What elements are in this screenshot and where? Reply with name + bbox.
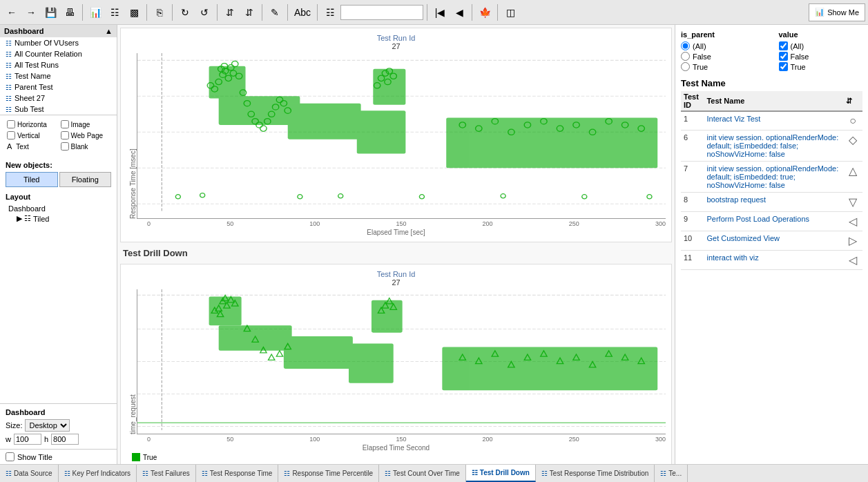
test-id-7: 7 xyxy=(681,162,704,193)
is-parent-true-radio[interactable] xyxy=(681,62,690,71)
svg-marker-84 xyxy=(276,351,282,356)
sidebar-label-sheet27: Sheet 27 xyxy=(15,94,45,102)
save-button[interactable]: 💾 xyxy=(41,3,59,21)
show-me-icon: 📊 xyxy=(815,8,824,17)
tab-count-label: Test Count Over Time xyxy=(393,470,460,477)
height-input[interactable] xyxy=(51,434,79,445)
is-parent-all-radio[interactable] xyxy=(681,41,690,50)
webpage-checkbox[interactable] xyxy=(61,131,69,139)
obj-text[interactable]: A Text xyxy=(6,142,58,151)
tab-response-time-label: Test Response Time xyxy=(210,470,273,477)
horizontal-checkbox[interactable] xyxy=(7,120,15,128)
test-name-11: interact with viz xyxy=(704,251,843,270)
undo-button[interactable]: ↻ xyxy=(176,3,194,21)
floating-button[interactable]: Floating xyxy=(59,172,112,187)
back-button[interactable]: ← xyxy=(3,3,21,21)
color-button[interactable]: 🍁 xyxy=(476,3,494,21)
width-input[interactable] xyxy=(14,434,41,445)
sidebar-item-all-test-runs[interactable]: ☷ All Test Runs xyxy=(0,59,117,70)
show-title-row: Show Title xyxy=(0,449,117,464)
svg-point-53 xyxy=(200,193,205,197)
new-objects-section: New objects: Tiled Floating xyxy=(0,158,117,190)
obj-image[interactable]: Image xyxy=(59,119,112,129)
is-parent-false-radio[interactable] xyxy=(681,52,690,61)
image-checkbox[interactable] xyxy=(61,120,69,128)
sort-desc-button[interactable]: ⇵ xyxy=(240,3,258,21)
show-me-button[interactable]: 📊 Show Me xyxy=(809,3,865,21)
is-parent-all-label: (All) xyxy=(693,42,706,50)
tab-te-overflow[interactable]: ☷ Te... xyxy=(655,465,688,482)
table-button[interactable]: ☷ xyxy=(106,3,124,21)
svg-rect-106 xyxy=(372,300,403,333)
sep3 xyxy=(172,4,173,21)
obj-blank[interactable]: Blank xyxy=(59,142,112,151)
test-icon-11 xyxy=(843,251,862,270)
tiled-button[interactable]: Tiled xyxy=(6,172,58,187)
sidebar-item-number-of-vusers[interactable]: ☷ Number Of VUsers xyxy=(0,37,117,48)
print-button[interactable]: 🖶 xyxy=(61,3,79,21)
test-name-table: Test ID Test Name ⇵ 1 Interact Viz Test xyxy=(681,91,862,270)
viz-button[interactable]: ☷ xyxy=(321,3,339,21)
value-true: True xyxy=(779,62,863,71)
size-select[interactable]: Desktop xyxy=(25,419,70,432)
first-button[interactable]: |◀ xyxy=(431,3,449,21)
svg-point-16 xyxy=(232,61,238,66)
svg-rect-63 xyxy=(357,110,406,153)
obj-webpage[interactable]: Web Page xyxy=(59,131,112,140)
test-id-1: 1 xyxy=(681,111,704,131)
test-row-8[interactable]: 8 bootstrap request xyxy=(681,193,862,212)
sidebar-item-all-counter-relation[interactable]: ☷ All Counter Relation xyxy=(0,48,117,59)
value-false-checkbox[interactable] xyxy=(779,52,788,61)
chart1-y-label: Response Time [msec] xyxy=(126,53,137,219)
col-sort[interactable]: ⇵ xyxy=(843,91,862,111)
tab-test-failures[interactable]: ☷ Test Failures xyxy=(137,465,196,482)
obj-vertical[interactable]: Vertical xyxy=(6,131,58,140)
test-row-1[interactable]: 1 Interact Viz Test xyxy=(681,111,862,131)
test-row-11[interactable]: 11 interact with viz xyxy=(681,251,862,270)
value-true-checkbox[interactable] xyxy=(779,62,788,71)
bar-chart-button[interactable]: ▩ xyxy=(125,3,143,21)
test-name-10: Get Customized View xyxy=(704,231,843,251)
sidebar-item-test-name[interactable]: ☷ Test Name xyxy=(0,70,117,81)
vertical-checkbox[interactable] xyxy=(7,131,15,139)
copy-button[interactable]: ⎘ xyxy=(151,3,168,21)
search-input[interactable] xyxy=(340,5,423,20)
test-row-7[interactable]: 7 init view session. optionalRenderMode:… xyxy=(681,162,862,193)
test-row-6[interactable]: 6 init view session. optionalRenderMode:… xyxy=(681,131,862,162)
sidebar-item-parent-test[interactable]: ☷ Parent Test xyxy=(0,81,117,93)
tab-data-source[interactable]: ☷ Data Source xyxy=(0,465,59,482)
blank-checkbox[interactable] xyxy=(61,142,69,151)
text-button[interactable]: Abc xyxy=(291,3,314,21)
tab-response-time-percentile[interactable]: ☷ Response Time Percentile xyxy=(278,465,379,482)
webpage-label: Web Page xyxy=(71,132,104,139)
tab-response-time-dist[interactable]: ☷ Test Response Time Distribution xyxy=(536,465,655,482)
tab-test-drill-down[interactable]: ☷ Test Drill Down xyxy=(466,465,536,482)
svg-marker-83 xyxy=(268,354,274,360)
sort-asc-button[interactable]: ⇵ xyxy=(221,3,239,21)
tab-test-response-time[interactable]: ☷ Test Response Time xyxy=(196,465,279,482)
annotate-button[interactable]: ✎ xyxy=(266,3,284,21)
prev-button[interactable]: ◀ xyxy=(450,3,468,21)
col-test-name: Test Name xyxy=(704,91,843,111)
chart-type-button[interactable]: 📊 xyxy=(86,3,104,21)
test-drill-down-title: Test Drill Down xyxy=(117,245,675,261)
sidebar-item-sheet27[interactable]: ☷ Sheet 27 xyxy=(0,93,117,104)
legend-box xyxy=(132,453,140,461)
horizontal-label: Horizonta xyxy=(17,121,47,128)
device-button[interactable]: ◫ xyxy=(501,3,519,21)
tab-count-over-time[interactable]: ☷ Test Count Over Time xyxy=(379,465,466,482)
test-id-6: 6 xyxy=(681,131,704,162)
sidebar-item-sub-test[interactable]: ☷ Sub Test xyxy=(0,104,117,115)
text-label: Text xyxy=(16,143,28,151)
redo-button[interactable]: ↺ xyxy=(195,3,213,21)
value-all-checkbox[interactable] xyxy=(779,41,788,50)
tab-key-perf-indicators[interactable]: ☷ Key Perf Indicators xyxy=(59,465,137,482)
forward-button[interactable]: → xyxy=(22,3,40,21)
dashboard-header[interactable]: Dashboard ▲ xyxy=(0,25,117,37)
test-row-10[interactable]: 10 Get Customized View xyxy=(681,231,862,251)
chart1-x-title: Elapsed Time [sec] xyxy=(126,229,666,236)
sidebar-label-all-counter-relation: All Counter Relation xyxy=(15,50,82,58)
show-title-checkbox[interactable] xyxy=(6,452,15,461)
obj-horizontal[interactable]: Horizonta xyxy=(6,119,58,129)
test-row-9[interactable]: 9 Perform Post Load Operations xyxy=(681,212,862,231)
